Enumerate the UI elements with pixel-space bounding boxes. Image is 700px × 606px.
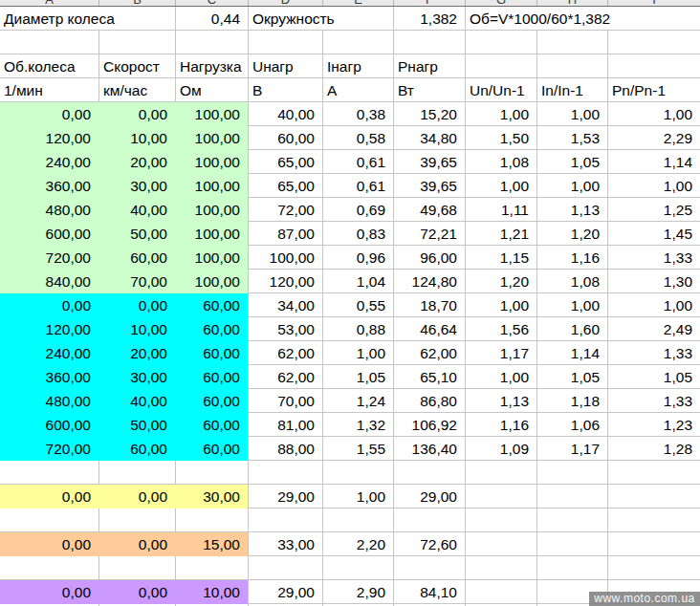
cell[interactable]: 60,00 <box>248 126 322 150</box>
cell[interactable]: 30,00 <box>98 365 175 389</box>
cell[interactable]: 87,00 <box>248 222 322 246</box>
cell[interactable]: 0,58 <box>322 126 393 150</box>
cell[interactable]: Pn/Pn-1 <box>607 78 700 102</box>
cell[interactable]: Ом <box>175 78 248 102</box>
cell[interactable]: 1,25 <box>607 198 700 222</box>
cell-circumference-label[interactable]: Окружность <box>248 7 393 31</box>
cell[interactable]: 29,00 <box>248 485 322 509</box>
column-letter[interactable]: E <box>322 0 393 6</box>
cell[interactable] <box>465 461 536 485</box>
cell[interactable] <box>465 580 536 604</box>
cell[interactable]: 1,53 <box>536 126 607 150</box>
cell[interactable]: 240,00 <box>0 341 98 365</box>
cell[interactable]: 15,00 <box>175 532 248 556</box>
cell[interactable] <box>465 556 536 580</box>
cell[interactable] <box>322 461 393 485</box>
cell[interactable]: 1,08 <box>465 150 536 174</box>
cell[interactable]: 60,00 <box>175 317 248 341</box>
cell-diameter-label[interactable]: Диаметр колеса <box>0 7 175 31</box>
cell[interactable]: 1,14 <box>536 341 607 365</box>
cell[interactable]: 100,00 <box>175 222 248 246</box>
cell[interactable]: 0,38 <box>322 102 393 126</box>
cell[interactable]: 1,05 <box>322 365 393 389</box>
cell[interactable]: 70,00 <box>98 270 175 293</box>
cell[interactable]: 1,05 <box>607 365 700 389</box>
cell[interactable]: 0,00 <box>98 102 175 126</box>
cell[interactable]: 0,00 <box>0 293 98 317</box>
cell[interactable]: 1,50 <box>465 126 536 150</box>
cell[interactable] <box>0 461 98 485</box>
cell[interactable]: 100,00 <box>175 270 248 293</box>
cell[interactable]: 1,00 <box>536 174 607 198</box>
cell[interactable]: 2,29 <box>607 126 700 150</box>
cell[interactable]: 1,00 <box>607 102 700 126</box>
cell[interactable]: 120,00 <box>0 317 98 341</box>
cell[interactable]: 1,18 <box>536 389 607 413</box>
cell[interactable] <box>98 556 175 580</box>
cell[interactable] <box>175 461 248 485</box>
cell[interactable]: 49,68 <box>393 198 465 222</box>
cell[interactable]: 1,55 <box>322 437 393 461</box>
cell[interactable]: 60,00 <box>98 437 175 461</box>
cell[interactable]: 480,00 <box>0 389 98 413</box>
cell[interactable]: 34,00 <box>248 293 322 317</box>
cell[interactable]: 1,00 <box>536 293 607 317</box>
cell[interactable] <box>465 54 536 78</box>
cell[interactable]: Скорост <box>98 54 175 78</box>
cell[interactable]: 1,00 <box>322 485 393 509</box>
cell[interactable] <box>393 31 465 54</box>
cell[interactable] <box>248 461 322 485</box>
cell[interactable] <box>175 556 248 580</box>
cell[interactable]: 1,32 <box>322 413 393 437</box>
cell[interactable]: 60,00 <box>98 246 175 270</box>
cell[interactable]: 480,00 <box>0 198 98 222</box>
cell[interactable] <box>536 532 607 556</box>
cell[interactable]: 72,21 <box>393 222 465 246</box>
cell[interactable] <box>536 54 607 78</box>
cell[interactable]: 10,00 <box>98 317 175 341</box>
cell-circumference-value[interactable]: 1,382 <box>393 7 465 31</box>
cell[interactable]: 1/мин <box>0 78 98 102</box>
cell[interactable]: 50,00 <box>98 413 175 437</box>
cell[interactable]: 0,55 <box>322 293 393 317</box>
cell[interactable] <box>322 509 393 532</box>
cell[interactable] <box>607 532 700 556</box>
cell[interactable]: 0,69 <box>322 198 393 222</box>
cell[interactable]: км/час <box>98 78 175 102</box>
cell[interactable]: Вт <box>393 78 465 102</box>
cell[interactable]: 86,80 <box>393 389 465 413</box>
cell[interactable]: 50,00 <box>98 222 175 246</box>
cell[interactable]: 1,00 <box>607 293 700 317</box>
cell[interactable]: 60,00 <box>175 389 248 413</box>
cell[interactable] <box>536 461 607 485</box>
cell[interactable]: 1,00 <box>465 174 536 198</box>
cell[interactable]: Нагрузка <box>175 54 248 78</box>
cell[interactable]: 840,00 <box>0 270 98 293</box>
cell[interactable]: 720,00 <box>0 437 98 461</box>
cell[interactable]: 1,45 <box>607 222 700 246</box>
cell[interactable] <box>393 461 465 485</box>
cell[interactable]: 136,40 <box>393 437 465 461</box>
column-letter[interactable]: H <box>536 0 607 6</box>
column-letter[interactable]: B <box>98 0 175 6</box>
cell[interactable] <box>248 509 322 532</box>
cell[interactable]: 0,00 <box>98 485 175 509</box>
cell[interactable]: 46,64 <box>393 317 465 341</box>
cell-formula[interactable]: Об=V*1000/60*1,382 <box>465 7 700 31</box>
cell[interactable]: 106,92 <box>393 413 465 437</box>
cell[interactable]: 1,08 <box>536 270 607 293</box>
cell[interactable]: 72,60 <box>393 532 465 556</box>
cell[interactable]: 84,10 <box>393 580 465 604</box>
column-letter[interactable]: A <box>0 0 98 6</box>
cell[interactable]: 20,00 <box>98 150 175 174</box>
cell[interactable] <box>536 509 607 532</box>
cell[interactable] <box>607 509 700 532</box>
cell-diameter-value[interactable]: 0,44 <box>175 7 248 31</box>
cell[interactable]: 62,00 <box>248 341 322 365</box>
cell[interactable]: 60,00 <box>175 341 248 365</box>
cell[interactable]: В <box>248 78 322 102</box>
cell[interactable]: 60,00 <box>175 413 248 437</box>
cell[interactable]: 15,20 <box>393 102 465 126</box>
column-letter[interactable]: F <box>393 0 465 6</box>
cell[interactable]: 1,00 <box>465 102 536 126</box>
